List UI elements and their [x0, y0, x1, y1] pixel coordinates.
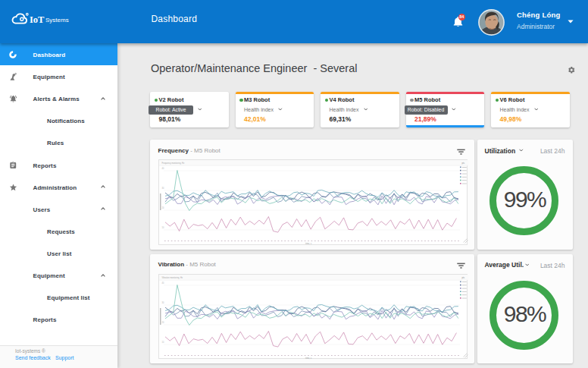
svg-text:10: 10	[162, 340, 164, 343]
svg-text:Vibration monitoring, Hz: Vibration monitoring, Hz	[162, 275, 183, 278]
svg-text:Frequency monitoring, Hz: Frequency monitoring, Hz	[162, 162, 185, 165]
svg-text:10: 10	[162, 226, 164, 229]
svg-text:pts: pts	[462, 162, 465, 165]
svg-text:30: 30	[162, 300, 164, 304]
svg-text:time, s: time, s	[305, 356, 312, 359]
svg-text:time, s: time, s	[305, 242, 312, 245]
svg-text:30: 30	[162, 187, 164, 190]
svg-text:pts: pts	[462, 275, 465, 278]
svg-text:40: 40	[162, 167, 164, 170]
svg-text:40: 40	[162, 281, 164, 284]
svg-text:20: 20	[162, 320, 164, 323]
svg-text:20: 20	[162, 206, 164, 209]
